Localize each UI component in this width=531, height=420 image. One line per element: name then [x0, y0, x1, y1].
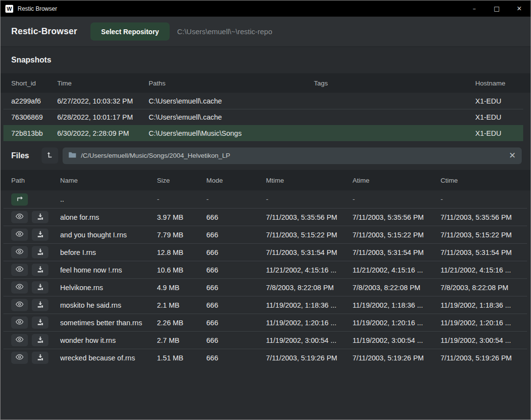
up-right-arrow-icon: [16, 195, 24, 204]
file-mode: 666: [206, 231, 266, 239]
files-table-body: .. - - - - -: [0, 190, 531, 366]
file-atime: 7/11/2003, 5:35:56 PM: [353, 213, 441, 221]
eye-icon: [15, 283, 24, 292]
snapshot-time: 6/27/2022, 10:03:32 PM: [57, 97, 149, 105]
snapshot-paths: C:\Users\emuell\Music\Songs: [149, 129, 314, 137]
file-row[interactable]: sometimes better than.rns 2.26 MB 666 11…: [3, 314, 527, 331]
snapshots-table-header: Short_id Time Paths Tags Hostname: [0, 73, 531, 93]
file-row[interactable]: and you thought I.rns 7.79 MB 666 7/11/2…: [3, 226, 527, 243]
minimize-button[interactable]: –: [463, 0, 486, 17]
download-icon: [37, 283, 44, 292]
file-ctime: 7/11/2003, 5:19:26 PM: [441, 354, 527, 362]
download-file-button[interactable]: [32, 229, 48, 241]
eye-icon: [15, 318, 24, 327]
file-atime: 11/21/2002, 4:15:16 ...: [353, 266, 441, 274]
snapshot-row[interactable]: 72b813bb 6/30/2022, 2:28:09 PM C:\Users\…: [3, 125, 523, 141]
file-ctime: 11/19/2002, 1:18:36 ...: [441, 301, 527, 309]
file-size: 4.9 MB: [157, 284, 206, 292]
close-button[interactable]: ✕: [508, 0, 531, 17]
file-atime: 11/19/2002, 1:18:36 ...: [353, 301, 441, 309]
download-file-button[interactable]: [32, 281, 48, 294]
file-size: 2.26 MB: [157, 319, 206, 327]
file-ctime: 11/21/2002, 4:15:16 ...: [441, 266, 527, 274]
download-file-button[interactable]: [32, 316, 48, 329]
file-row[interactable]: alone for.rns 3.97 MB 666 7/11/2003, 5:3…: [3, 208, 527, 226]
files-path-bar[interactable]: /C/Users/emuell/Music/Songs/2004_Helveti…: [63, 147, 522, 164]
snapshot-hostname: X1-EDU: [475, 97, 523, 105]
eye-icon: [15, 266, 24, 274]
file-name: wrecked because of.rns: [60, 354, 157, 362]
download-file-button[interactable]: [32, 211, 48, 223]
preview-file-button[interactable]: [11, 334, 28, 346]
download-icon: [37, 266, 44, 274]
file-name: alone for.rns: [60, 213, 157, 221]
snapshot-short-id: 72b813bb: [11, 129, 57, 137]
download-file-button[interactable]: [32, 334, 48, 346]
parent-directory-row[interactable]: .. - - - - -: [3, 190, 527, 208]
column-header-short-id: Short_id: [11, 80, 57, 87]
snapshot-paths: C:\Users\emuell\.cache: [149, 97, 314, 105]
file-ctime: 7/11/2003, 5:35:56 PM: [441, 213, 527, 221]
preview-file-button[interactable]: [11, 299, 28, 311]
column-header-path: Path: [11, 177, 60, 184]
snapshot-row[interactable]: a2299af6 6/27/2022, 10:03:32 PM C:\Users…: [3, 93, 523, 109]
go-parent-button[interactable]: [11, 193, 28, 206]
file-atime: 11/19/2002, 3:00:54 ...: [353, 336, 441, 344]
file-ctime: 7/11/2003, 5:15:22 PM: [441, 231, 527, 239]
file-ctime: -: [441, 195, 527, 203]
download-file-button[interactable]: [32, 299, 48, 311]
file-size: 3.97 MB: [157, 213, 206, 221]
window-title: Restic Browser: [18, 5, 463, 12]
file-ctime: 7/11/2003, 5:31:54 PM: [441, 249, 527, 256]
eye-icon: [15, 354, 24, 362]
eye-icon: [15, 231, 24, 239]
file-mtime: 11/21/2002, 4:15:16 ...: [266, 266, 353, 274]
file-size: -: [157, 195, 206, 203]
file-row[interactable]: wrecked because of.rns 1.51 MB 666 7/11/…: [3, 349, 527, 366]
file-mtime: 7/11/2003, 5:35:56 PM: [266, 213, 353, 221]
preview-file-button[interactable]: [11, 264, 28, 276]
clear-path-button[interactable]: ✕: [509, 151, 516, 160]
current-path: /C/Users/emuell/Music/Songs/2004_Helveti…: [81, 152, 509, 159]
preview-file-button[interactable]: [11, 229, 28, 241]
file-row[interactable]: before I.rns 12.8 MB 666 7/11/2003, 5:31…: [3, 243, 527, 261]
file-name: wonder how it.rns: [60, 336, 157, 344]
file-size: 1.51 MB: [157, 354, 206, 362]
eye-icon: [15, 213, 24, 221]
download-file-button[interactable]: [32, 246, 48, 258]
files-section-header: Files /C/Users/emuell/Music/Songs/2004_H…: [0, 141, 531, 170]
file-mtime: 7/11/2003, 5:31:54 PM: [266, 249, 353, 256]
file-row[interactable]: wonder how it.rns 2.7 MB 666 11/19/2002,…: [3, 331, 527, 349]
preview-file-button[interactable]: [11, 281, 28, 294]
file-mode: 666: [206, 301, 266, 309]
file-ctime: 11/19/2002, 1:20:16 ...: [441, 319, 527, 327]
snapshot-time: 6/30/2022, 2:28:09 PM: [57, 129, 149, 137]
download-file-button[interactable]: [32, 352, 48, 364]
file-row[interactable]: feel home now !.rns 10.6 MB 666 11/21/20…: [3, 261, 527, 278]
file-row[interactable]: moskito he said.rns 2.1 MB 666 11/19/200…: [3, 296, 527, 314]
file-mtime: -: [266, 195, 353, 203]
titlebar[interactable]: W Restic Browser – □ ✕: [0, 0, 531, 17]
app-title: Restic-Browser: [11, 26, 77, 37]
eye-icon: [15, 248, 24, 256]
file-row[interactable]: Helvikone.rns 4.9 MB 666 7/8/2003, 8:22:…: [3, 278, 527, 296]
download-file-button[interactable]: [32, 264, 48, 276]
column-header-paths: Paths: [149, 80, 314, 87]
preview-file-button[interactable]: [11, 316, 28, 329]
snapshots-heading: Snapshots: [11, 56, 51, 64]
column-header-hostname: Hostname: [475, 80, 531, 87]
maximize-button[interactable]: □: [486, 0, 508, 17]
file-mtime: 11/19/2002, 3:00:54 ...: [266, 336, 353, 344]
eye-icon: [15, 336, 24, 344]
files-heading: Files: [11, 151, 29, 160]
snapshot-short-id: a2299af6: [11, 97, 57, 105]
up-level-button[interactable]: [42, 147, 58, 164]
file-mtime: 7/8/2003, 8:22:08 PM: [266, 284, 353, 292]
select-repository-button[interactable]: Select Repository: [90, 22, 170, 41]
preview-file-button[interactable]: [11, 211, 28, 223]
column-header-ctime: Ctime: [441, 177, 531, 184]
file-name: moskito he said.rns: [60, 301, 157, 309]
preview-file-button[interactable]: [11, 352, 28, 364]
preview-file-button[interactable]: [11, 246, 28, 258]
snapshot-row[interactable]: 76306869 6/28/2022, 10:01:17 PM C:\Users…: [3, 109, 523, 125]
